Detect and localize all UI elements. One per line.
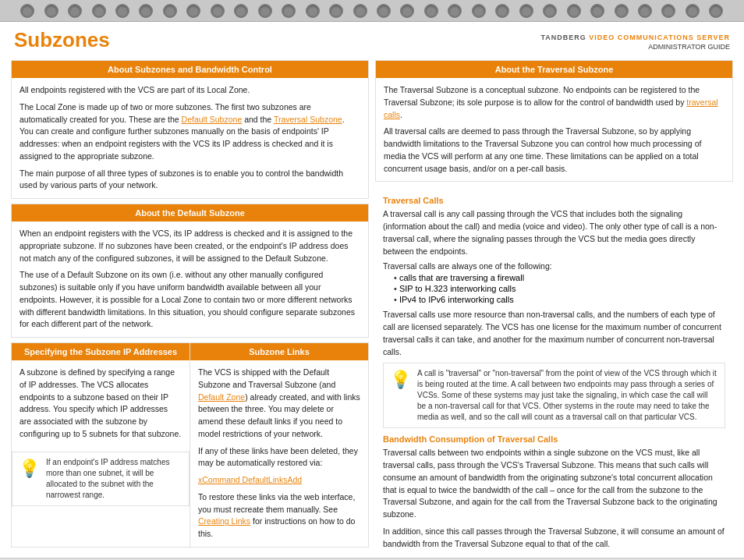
- traversal-bullet-2: SIP to H.323 interworking calls: [394, 284, 725, 293]
- spiral-hole: [306, 4, 320, 18]
- default-p2: The use of a Default Subzone on its own …: [19, 269, 360, 331]
- traversal-subzone-content: The Traversal Subzone is a conceptual su…: [376, 78, 732, 181]
- ip-addresses-section: Specifying the Subzone IP Addresses A su…: [11, 342, 190, 548]
- default-subzone-header: About the Default Subzone: [12, 204, 368, 222]
- traversal-bullets: calls that are traversing a firewall SIP…: [383, 273, 725, 304]
- subzone-links-p1: The VCS is shipped with the Default Subz…: [198, 367, 360, 441]
- brand-video: VIDEO COMMUNICATIONS SERVER: [589, 34, 730, 41]
- default-p1: When an endpoint registers with the VCS,…: [19, 228, 360, 264]
- ip-addresses-header: Specifying the Subzone IP Addresses: [12, 343, 190, 360]
- creating-links-link[interactable]: Creating Links: [198, 516, 250, 526]
- traversal-bullet-3: IPv4 to IPv6 interworking calls: [394, 295, 725, 304]
- lightbulb-icon: 💡: [19, 459, 40, 479]
- traversal-p2: All traversal calls are deemed to pass t…: [384, 126, 725, 175]
- bandwidth-consumption-heading: Bandwidth Consumption of Traversal Calls: [383, 434, 725, 444]
- traversal-calls-section: Traversal Calls A traversal call is any …: [375, 186, 733, 553]
- xcommand-link[interactable]: xCommand DefaultLinksAdd: [198, 475, 302, 484]
- subzone-links-p2: If any of these links have been deleted,…: [198, 445, 360, 470]
- spiral-hole: [115, 4, 129, 18]
- left-column: About Subzones and Bandwidth Control All…: [11, 60, 369, 553]
- spiral-hole: [377, 4, 391, 18]
- spiral-hole: [590, 4, 604, 18]
- page-title: Subzones: [14, 28, 110, 52]
- bandwidth-consumption-p1: Traversal calls between two endpoints wi…: [383, 447, 725, 521]
- spiral-hole: [424, 4, 438, 18]
- traversal-calls-heading: Traversal Calls: [383, 196, 725, 205]
- default-subzone-section: About the Default Subzone When an endpoi…: [11, 204, 369, 338]
- bandwidth-section-content: All endpoints registered with the VCS ar…: [12, 78, 368, 198]
- traversal-calls-p3: Traversal calls use more resource than n…: [383, 309, 725, 358]
- spiral-hole: [282, 4, 296, 18]
- traversal-subzone-header: About the Traversal Subzone: [376, 61, 732, 78]
- subzone-links-header: Subzone Links: [190, 343, 368, 360]
- traversal-subzone-link[interactable]: Traversal Subzone: [274, 115, 342, 124]
- bandwidth-p3: The main purpose of all three types of s…: [19, 168, 360, 193]
- traversal-calls-link[interactable]: traversal calls: [384, 97, 718, 119]
- spiral-hole: [92, 4, 106, 18]
- spiral-hole: [186, 4, 200, 18]
- spiral-hole: [448, 4, 462, 18]
- bandwidth-p1: All endpoints registered with the VCS ar…: [19, 84, 360, 97]
- ip-p1: A subzone is defined by specifying a ran…: [19, 367, 182, 441]
- spiral-binding: [0, 0, 744, 22]
- ip-tip-box: 💡 If an endpoint's IP address matches mo…: [12, 452, 190, 506]
- ip-tip-text: If an endpoint's IP address matches more…: [46, 457, 182, 501]
- ip-addresses-content: A subzone is defined by specifying a ran…: [12, 360, 190, 447]
- bottom-left-boxes: Specifying the Subzone IP Addresses A su…: [11, 342, 369, 548]
- spiral-hole: [638, 4, 652, 18]
- brand-tandberg: TANDBERG: [540, 34, 586, 41]
- subzone-links-section: Subzone Links The VCS is shipped with th…: [190, 342, 369, 548]
- spiral-hole: [495, 4, 509, 18]
- spiral-hole: [543, 4, 557, 18]
- right-column: About the Traversal Subzone The Traversa…: [375, 60, 733, 553]
- bandwidth-p2: The Local Zone is made up of two or more…: [19, 101, 360, 163]
- traversal-calls-p2: Traversal calls are always one of the fo…: [383, 261, 725, 271]
- spiral-hole: [211, 4, 225, 18]
- page-header: Subzones TANDBERG VIDEO COMMUNICATIONS S…: [0, 22, 744, 55]
- subzone-links-content: The VCS is shipped with the Default Subz…: [190, 360, 368, 547]
- spiral-hole: [686, 4, 700, 18]
- traversal-note-text: A call is "traversal" or "non-traversal"…: [417, 368, 718, 423]
- spiral-hole: [400, 4, 414, 18]
- spiral-hole: [709, 4, 723, 18]
- spiral-hole: [472, 4, 486, 18]
- traversal-p1: The Traversal Subzone is a conceptual su…: [384, 84, 725, 121]
- page-container: Subzones TANDBERG VIDEO COMMUNICATIONS S…: [0, 0, 744, 560]
- traversal-subzone-section: About the Traversal Subzone The Traversa…: [375, 60, 733, 182]
- admin-guide-label: ADMINISTRATOR GUIDE: [648, 43, 730, 51]
- spiral-hole: [615, 4, 629, 18]
- spiral-hole: [661, 4, 675, 18]
- spiral-hole: [353, 4, 367, 18]
- note-icon: 💡: [390, 370, 411, 390]
- spiral-hole: [163, 4, 177, 18]
- traversal-note-box: 💡 A call is "traversal" or "non-traversa…: [383, 363, 725, 428]
- header-brand: TANDBERG VIDEO COMMUNICATIONS SERVER ADM…: [540, 33, 730, 52]
- traversal-bullet-1: calls that are traversing a firewall: [394, 273, 725, 282]
- brand-name: TANDBERG VIDEO COMMUNICATIONS SERVER: [540, 34, 730, 41]
- spiral-hole: [519, 4, 533, 18]
- traversal-calls-p1: A traversal call is any call passing thr…: [383, 208, 725, 257]
- spiral-hole: [234, 4, 248, 18]
- bandwidth-section-header: About Subzones and Bandwidth Control: [12, 61, 368, 78]
- spiral-hole: [329, 4, 343, 18]
- spiral-hole: [139, 4, 153, 18]
- default-subzone-content: When an endpoint registers with the VCS,…: [12, 222, 368, 337]
- default-subzone-link[interactable]: Default Subzone: [182, 115, 243, 124]
- spiral-hole: [258, 4, 272, 18]
- spiral-hole: [68, 4, 82, 18]
- subzone-links-p3: To restore these links via the web inter…: [198, 491, 360, 541]
- spiral-hole: [567, 4, 581, 18]
- bandwidth-section: About Subzones and Bandwidth Control All…: [11, 60, 369, 199]
- top-row: About Subzones and Bandwidth Control All…: [11, 60, 733, 553]
- spiral-hole: [20, 4, 34, 18]
- main-content: About Subzones and Bandwidth Control All…: [0, 55, 744, 558]
- default-zone-link[interactable]: Default Zone: [198, 392, 245, 402]
- spiral-hole: [44, 4, 58, 18]
- bandwidth-consumption-p2: In addition, since this call passes thro…: [383, 526, 725, 551]
